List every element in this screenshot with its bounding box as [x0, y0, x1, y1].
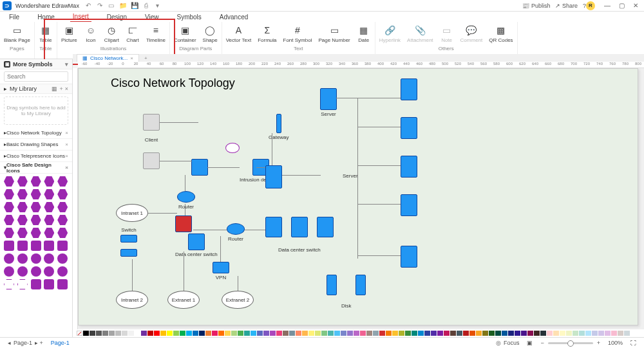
lib-add-icon[interactable]: +: [59, 86, 62, 92]
color-swatch[interactable]: [283, 331, 289, 336]
palette-shape[interactable]: [17, 241, 28, 251]
maximize-icon[interactable]: ▢: [616, 1, 627, 10]
palette-shape[interactable]: [4, 241, 14, 251]
node-disk1[interactable]: [327, 275, 337, 295]
color-swatch[interactable]: [96, 331, 102, 336]
tab-close-icon[interactable]: ×: [130, 55, 133, 61]
node-client-1[interactable]: [143, 114, 160, 131]
palette-shape[interactable]: [17, 228, 28, 238]
page[interactable]: Cisco Network Topology Client Intrusion …: [78, 68, 638, 325]
node-intranet2[interactable]: Intranet 2: [116, 291, 148, 309]
node-dcswitch1[interactable]: Data center switch: [175, 234, 218, 257]
palette-shape[interactable]: [44, 241, 54, 251]
color-swatch[interactable]: [579, 331, 585, 336]
node-switch2[interactable]: Switch: [120, 235, 137, 250]
ribbon-font-symbol[interactable]: #Font Symbol: [282, 23, 314, 44]
color-swatch[interactable]: [205, 331, 211, 336]
menu-design[interactable]: Design: [104, 12, 129, 22]
color-swatch[interactable]: [270, 331, 276, 336]
avatar[interactable]: R: [586, 1, 595, 10]
ribbon-shape[interactable]: ◯Shape: [202, 23, 219, 44]
color-swatch[interactable]: [373, 331, 379, 336]
color-swatch[interactable]: [611, 331, 617, 336]
color-swatch[interactable]: [122, 331, 128, 336]
color-swatch[interactable]: [302, 331, 308, 336]
page-indicator[interactable]: ◂ Page-1 ▸ +: [4, 340, 47, 346]
save-icon[interactable]: 💾: [131, 2, 138, 10]
color-swatch[interactable]: [463, 331, 469, 336]
node-extranet1[interactable]: Extranet 1: [167, 291, 200, 309]
color-swatch[interactable]: [444, 331, 450, 336]
zoom-in-icon[interactable]: +: [593, 340, 604, 346]
palette-shape[interactable]: [17, 266, 28, 277]
ribbon-container[interactable]: ▣Container: [173, 23, 198, 44]
more-symbols-header[interactable]: ▣ More Symbols ▾: [0, 59, 72, 69]
color-none[interactable]: [77, 331, 82, 336]
color-swatch[interactable]: [321, 331, 327, 336]
palette-shape[interactable]: [31, 241, 41, 251]
color-swatch[interactable]: [328, 331, 334, 336]
color-swatch[interactable]: [399, 331, 404, 336]
node-router2[interactable]: Router: [227, 223, 245, 242]
node-cloud[interactable]: [225, 143, 240, 153]
palette-shape[interactable]: [4, 189, 14, 199]
color-swatch[interactable]: [180, 331, 185, 336]
color-swatch[interactable]: [263, 331, 269, 336]
category-cisco-network-topology[interactable]: ▸ Cisco Network Topology×: [0, 127, 72, 139]
print-icon[interactable]: ⎙: [142, 2, 150, 10]
open-icon[interactable]: 📁: [119, 2, 127, 10]
color-swatch[interactable]: [366, 331, 372, 336]
undo-icon[interactable]: ↶: [84, 2, 92, 10]
palette-shape[interactable]: [44, 215, 54, 225]
palette-shape[interactable]: [44, 253, 54, 264]
menu-insert[interactable]: Insert: [70, 12, 91, 23]
color-swatch[interactable]: [573, 331, 578, 336]
palette-shape[interactable]: [4, 253, 14, 264]
fullscreen-icon[interactable]: ⛶: [627, 340, 640, 346]
color-swatch[interactable]: [502, 331, 507, 336]
ribbon-table[interactable]: ▦Table: [37, 23, 54, 44]
palette-shape[interactable]: [57, 176, 68, 187]
ribbon-timeline[interactable]: ≡Timeline: [145, 23, 167, 44]
node-client-2[interactable]: Client: [143, 152, 160, 176]
color-swatch[interactable]: [521, 331, 527, 336]
color-swatch[interactable]: [276, 331, 282, 336]
node-vpn[interactable]: VPN: [213, 262, 229, 280]
lib-view-icon[interactable]: ▦: [52, 86, 57, 92]
palette-shape[interactable]: [31, 202, 41, 212]
node-rack-5[interactable]: [401, 246, 417, 268]
palette-shape[interactable]: [44, 279, 54, 289]
zoom-slider[interactable]: [548, 342, 593, 344]
node-rack-3[interactable]: [401, 156, 417, 178]
ribbon-vector-text[interactable]: AVector Text: [225, 23, 252, 44]
menu-home[interactable]: Home: [35, 12, 57, 22]
menu-advanced[interactable]: Advanced: [217, 12, 251, 22]
lib-close-icon[interactable]: ×: [65, 86, 68, 92]
color-swatch[interactable]: [392, 331, 398, 336]
ribbon-picture[interactable]: ▣Picture: [60, 23, 79, 44]
library-dropzone[interactable]: Drag symbols here to add to My Library: [4, 96, 68, 125]
node-server-1[interactable]: Server: [320, 88, 337, 117]
color-swatch[interactable]: [186, 331, 192, 336]
color-swatch[interactable]: [412, 331, 417, 336]
palette-shape[interactable]: [44, 189, 54, 199]
color-swatch[interactable]: [624, 331, 630, 336]
palette-shape[interactable]: [31, 189, 41, 199]
node-intranet1[interactable]: Intranet 1: [116, 204, 148, 222]
color-swatch[interactable]: [289, 331, 295, 336]
color-swatch[interactable]: [347, 331, 353, 336]
color-swatch[interactable]: [135, 331, 140, 336]
color-swatch[interactable]: [193, 331, 198, 336]
color-swatch[interactable]: [489, 331, 495, 336]
color-swatch[interactable]: [598, 331, 604, 336]
search-input[interactable]: [4, 71, 68, 82]
color-swatch[interactable]: [560, 331, 565, 336]
palette-shape[interactable]: [17, 279, 28, 289]
palette-shape[interactable]: [31, 266, 41, 277]
new-icon[interactable]: ▭: [108, 2, 115, 10]
color-swatch[interactable]: [553, 331, 559, 336]
color-swatch[interactable]: [437, 331, 443, 336]
zoom-value[interactable]: 100%: [604, 340, 627, 346]
node-disk2[interactable]: [355, 275, 366, 295]
ribbon-qr-codes[interactable]: ▩QR Codes: [488, 23, 514, 44]
